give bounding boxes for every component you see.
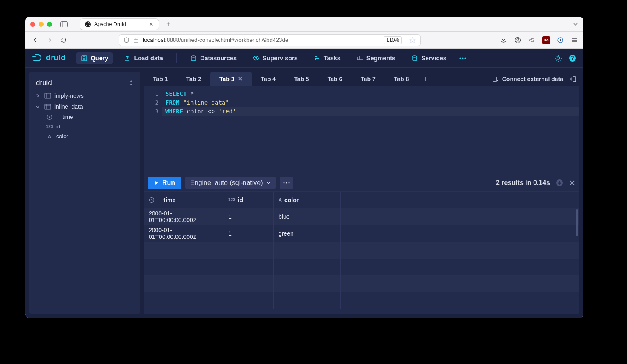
table-cell-empty xyxy=(144,259,223,275)
column-name: id xyxy=(56,123,61,130)
shield-icon xyxy=(124,37,129,43)
nav-reload-button[interactable] xyxy=(59,35,69,45)
close-results-button[interactable] xyxy=(569,180,575,186)
svg-point-10 xyxy=(255,57,257,59)
workbench-tab[interactable]: Tab 4 xyxy=(252,72,285,86)
table-cell-empty xyxy=(341,242,579,259)
svg-point-11 xyxy=(413,56,417,57)
urlbar[interactable]: localhost:8888/unified-console.html#work… xyxy=(119,34,421,46)
nav-segments[interactable]: Segments xyxy=(351,52,400,64)
workbench-tab[interactable]: Tab 3✕ xyxy=(210,72,252,86)
code-line: FROM "inline_data" xyxy=(165,98,579,107)
chevron-down-icon[interactable] xyxy=(35,104,41,109)
toolbar-more-button[interactable] xyxy=(280,177,293,189)
nav-supervisors[interactable]: Supervisors xyxy=(248,52,303,64)
editor-code[interactable]: SELECT *FROM "inline_data"WHERE color <>… xyxy=(162,86,579,174)
workbench-tab[interactable]: Tab 2 xyxy=(177,72,211,86)
nav-services[interactable]: Services xyxy=(406,52,452,64)
browser-tab-active[interactable]: Apache Druid ✕ xyxy=(80,18,159,30)
tabs-dropdown-icon[interactable] xyxy=(573,21,578,27)
scrollbar-thumb[interactable] xyxy=(576,209,578,236)
workbench-tab[interactable]: Tab 8 xyxy=(385,72,418,86)
run-button-label: Run xyxy=(162,179,175,187)
ublock-icon[interactable] xyxy=(542,36,550,44)
help-icon[interactable]: ? xyxy=(568,54,577,62)
table-row-empty xyxy=(144,242,579,259)
results-body[interactable]: 2000-01-01T00:00:00.000Z1blue2000-01-01T… xyxy=(144,208,579,314)
line-number: 3 xyxy=(144,107,159,116)
extensions-icon[interactable] xyxy=(528,36,536,44)
table-row-empty xyxy=(144,275,579,292)
nav-services-label: Services xyxy=(421,55,446,62)
nav-forward-button[interactable] xyxy=(44,35,54,45)
nav-datasources[interactable]: Datasources xyxy=(185,52,242,64)
nav-query[interactable]: Query xyxy=(76,52,114,64)
workbench-tab[interactable]: Tab 1 xyxy=(144,72,177,86)
editor-gutter: 123 xyxy=(144,86,162,174)
workbench-tab[interactable]: Tab 6 xyxy=(318,72,352,86)
workbench-tab[interactable]: Tab 5 xyxy=(285,72,318,86)
sort-icon[interactable] xyxy=(129,79,134,86)
column-row[interactable]: Acolor xyxy=(32,131,138,141)
download-button[interactable] xyxy=(556,179,563,187)
window-minimize-button[interactable] xyxy=(39,22,44,27)
tab-close-icon[interactable]: ✕ xyxy=(238,76,243,82)
table-row[interactable]: 2000-01-01T00:00:00.000Z1green xyxy=(144,225,579,242)
datasource-row[interactable]: inline_data xyxy=(32,101,138,112)
pocket-icon[interactable] xyxy=(500,36,507,44)
column-header[interactable]: A color xyxy=(274,192,341,208)
gantt-icon xyxy=(314,55,320,62)
app-header: druid Query Load data Datasources Superv… xyxy=(25,49,583,68)
nav-back-button[interactable] xyxy=(30,35,40,45)
table-cell: 1 xyxy=(223,225,274,242)
hamburger-menu-icon[interactable] xyxy=(571,36,578,44)
workbench-tab-label: Tab 7 xyxy=(361,76,376,82)
app-body: druid imply-newsinline_data__time123idAc… xyxy=(25,68,583,318)
nav-load-data[interactable]: Load data xyxy=(119,52,168,64)
sidebar-toggle-icon[interactable] xyxy=(60,21,68,27)
chevron-right-icon[interactable] xyxy=(35,93,41,98)
column-row[interactable]: 123id xyxy=(32,122,138,131)
datasource-row[interactable]: imply-news xyxy=(32,90,138,101)
query-toolbar: Run Engine: auto (sql-native) 2 results … xyxy=(144,174,579,192)
tabs-right: Connect external data xyxy=(492,72,579,86)
token-kw: SELECT xyxy=(165,90,187,97)
window-close-button[interactable] xyxy=(30,22,35,27)
window-zoom-button[interactable] xyxy=(47,22,52,27)
bookmark-star-icon[interactable] xyxy=(409,37,416,44)
ellipsis-icon xyxy=(283,182,290,184)
token-kw: WHERE xyxy=(165,108,183,115)
table-cell-empty xyxy=(144,292,223,309)
add-tab-button[interactable] xyxy=(418,72,432,86)
table-cell-empty xyxy=(341,275,579,292)
nav-tasks-label: Tasks xyxy=(324,55,341,62)
column-header[interactable]: __time xyxy=(144,192,223,208)
connect-external-data-button[interactable]: Connect external data xyxy=(492,76,563,82)
run-button[interactable]: Run xyxy=(148,177,181,189)
token-kw: FROM xyxy=(165,99,180,106)
table-icon xyxy=(44,93,51,99)
new-tab-button[interactable]: ＋ xyxy=(163,18,174,30)
workbench-tab[interactable]: Tab 7 xyxy=(351,72,385,86)
tab-close-icon[interactable]: ✕ xyxy=(149,21,154,28)
table-row[interactable]: 2000-01-01T00:00:00.000Z1blue xyxy=(144,208,579,225)
engine-selector[interactable]: Engine: auto (sql-native) xyxy=(185,177,275,189)
panel-collapse-icon[interactable] xyxy=(569,76,577,82)
nav-query-label: Query xyxy=(91,55,108,62)
nav-separator xyxy=(176,53,177,63)
nav-more[interactable] xyxy=(457,52,468,64)
code-line: WHERE color <> 'red' xyxy=(165,107,579,116)
svg-point-4 xyxy=(517,38,519,40)
extension-generic-icon[interactable] xyxy=(557,36,564,44)
table-cell: 2000-01-01T00:00:00.000Z xyxy=(144,225,223,242)
gear-icon[interactable] xyxy=(554,54,562,62)
sql-editor[interactable]: 123 SELECT *FROM "inline_data"WHERE colo… xyxy=(144,86,579,174)
table-cell-empty xyxy=(274,259,341,275)
column-header[interactable]: 123 id xyxy=(223,192,274,208)
nav-tasks[interactable]: Tasks xyxy=(309,52,346,64)
zoom-indicator[interactable]: 110% xyxy=(384,36,402,44)
column-row[interactable]: __time xyxy=(32,112,138,122)
svg-point-25 xyxy=(288,182,289,184)
account-icon[interactable] xyxy=(514,36,521,44)
druid-logo[interactable]: druid xyxy=(32,53,66,64)
